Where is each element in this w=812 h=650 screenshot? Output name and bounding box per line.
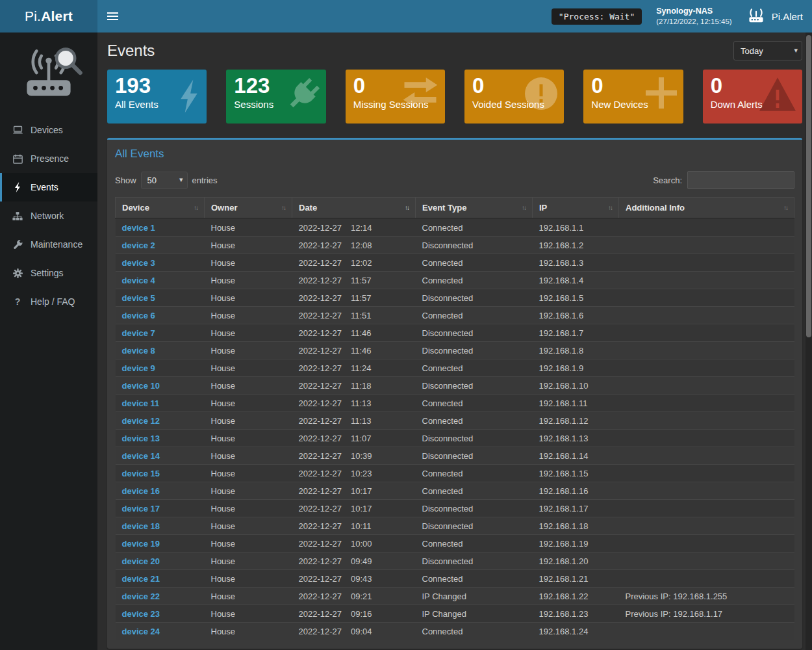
event-date: 2022-12-27 — [299, 381, 342, 391]
scrollbar-thumb[interactable] — [806, 35, 811, 337]
brand-prefix: Pi. — [25, 8, 41, 23]
event-date: 2022-12-27 — [299, 328, 342, 338]
owner-cell: House — [205, 324, 292, 342]
owner-cell: House — [205, 588, 292, 605]
date-cell: 2022-12-2709:04 — [292, 623, 416, 640]
device-link[interactable]: device 3 — [122, 258, 155, 268]
sidebar-item-events[interactable]: Events — [0, 173, 97, 202]
device-link[interactable]: device 12 — [122, 416, 160, 426]
device-link[interactable]: device 18 — [122, 521, 160, 531]
ip-cell: 192.168.1.13 — [533, 430, 619, 447]
page-size-select[interactable]: 50 — [141, 172, 188, 189]
event-type-cell: Disconnected — [416, 500, 533, 517]
brand-logo-link[interactable]: Pi.Alert — [0, 0, 97, 32]
device-link[interactable]: device 10 — [122, 381, 160, 391]
ip-cell: 192.168.1.10 — [533, 377, 619, 395]
owner-cell: House — [205, 570, 292, 588]
owner-cell: House — [205, 342, 292, 359]
event-type-cell: Disconnected — [416, 517, 533, 535]
sidebar-item-network[interactable]: Network — [0, 202, 97, 230]
sidebar-item-maintenance[interactable]: Maintenance — [0, 230, 97, 259]
bolt-icon — [12, 182, 23, 192]
ip-cell: 192.168.1.24 — [533, 623, 619, 640]
column-header-device[interactable]: Device — [116, 198, 205, 219]
device-link[interactable]: device 24 — [122, 627, 160, 636]
device-link[interactable]: device 13 — [122, 434, 160, 443]
sidebar-toggle-button[interactable] — [97, 0, 127, 32]
device-link[interactable]: device 23 — [122, 609, 160, 619]
table-row: device 14House2022-12-2710:39Disconnecte… — [116, 447, 794, 465]
sidebar-item-presence[interactable]: Presence — [0, 144, 97, 173]
device-link[interactable]: device 21 — [122, 574, 160, 584]
owner-cell: House — [205, 412, 292, 430]
date-cell: 2022-12-2711:57 — [292, 289, 416, 307]
device-link[interactable]: device 16 — [122, 486, 160, 496]
device-link[interactable]: device 2 — [122, 240, 155, 250]
column-label: IP — [539, 203, 547, 213]
sidebar-item-settings[interactable]: Settings — [0, 259, 97, 287]
date-cell: 2022-12-2711:46 — [292, 324, 416, 342]
device-cell: device 4 — [116, 272, 205, 289]
process-status-badge: "Process: Wait" — [552, 8, 642, 25]
warning-icon — [759, 77, 796, 114]
navbar-app-brand: Pi.Alert — [746, 7, 803, 26]
additional-info-cell — [619, 570, 794, 588]
event-time: 09:43 — [351, 574, 372, 584]
device-link[interactable]: device 9 — [122, 363, 155, 373]
event-type-cell: Connected — [416, 307, 533, 324]
event-type-cell: Connected — [416, 395, 533, 412]
summary-card: 0 Down Alerts — [703, 70, 802, 124]
device-link[interactable]: device 11 — [122, 398, 160, 408]
column-header-owner[interactable]: Owner — [205, 198, 292, 219]
event-type-cell: Connected — [416, 218, 533, 237]
additional-info-cell — [619, 324, 794, 342]
sidebar-item-help[interactable]: Help / FAQ — [0, 287, 97, 316]
owner-cell: House — [205, 254, 292, 272]
column-header-date[interactable]: Date — [292, 198, 416, 219]
sidebar-item-devices[interactable]: Devices — [0, 116, 97, 144]
column-label: Owner — [211, 203, 237, 213]
ip-cell: 192.168.1.22 — [533, 588, 619, 605]
device-link[interactable]: device 5 — [122, 293, 155, 303]
column-header-additional-info[interactable]: Additional Info — [619, 198, 794, 219]
event-type-cell: Disconnected — [416, 342, 533, 359]
period-select[interactable]: Today — [733, 41, 802, 60]
device-link[interactable]: device 1 — [122, 223, 155, 233]
additional-info-cell — [619, 412, 794, 430]
device-link[interactable]: device 14 — [122, 451, 160, 461]
event-date: 2022-12-27 — [299, 258, 342, 268]
column-header-ip[interactable]: IP — [533, 198, 619, 219]
device-link[interactable]: device 6 — [122, 311, 155, 320]
owner-cell: House — [205, 430, 292, 447]
owner-cell: House — [205, 359, 292, 377]
device-link[interactable]: device 7 — [122, 328, 155, 338]
device-link[interactable]: device 4 — [122, 276, 155, 285]
additional-info-cell — [619, 535, 794, 552]
event-date: 2022-12-27 — [299, 223, 342, 233]
device-cell: device 8 — [116, 342, 205, 359]
ip-cell: 192.168.1.7 — [533, 324, 619, 342]
owner-cell: House — [205, 465, 292, 482]
table-row: device 24House2022-12-2709:04Connected19… — [116, 623, 794, 640]
search-input[interactable] — [687, 171, 794, 189]
device-link[interactable]: device 15 — [122, 469, 160, 478]
device-link[interactable]: device 22 — [122, 592, 160, 601]
device-link[interactable]: device 8 — [122, 346, 155, 356]
date-cell: 2022-12-2712:14 — [292, 218, 416, 237]
table-row: device 21House2022-12-2709:43Connected19… — [116, 570, 794, 588]
owner-cell: House — [205, 623, 292, 640]
date-cell: 2022-12-2711:18 — [292, 377, 416, 395]
event-type-cell: Connected — [416, 570, 533, 588]
event-date: 2022-12-27 — [299, 293, 342, 303]
device-link[interactable]: device 19 — [122, 539, 160, 549]
table-row: device 5House2022-12-2711:57Disconnected… — [116, 289, 794, 307]
device-link[interactable]: device 20 — [122, 556, 160, 566]
panel-title: All Events — [115, 148, 794, 161]
column-header-event-type[interactable]: Event Type — [416, 198, 533, 219]
device-link[interactable]: device 17 — [122, 504, 160, 514]
date-cell: 2022-12-2711:07 — [292, 430, 416, 447]
additional-info-cell — [619, 552, 794, 570]
table-row: device 12House2022-12-2711:13Connected19… — [116, 412, 794, 430]
navbar-app-name: Pi.Alert — [772, 11, 803, 22]
additional-info-cell — [619, 430, 794, 447]
